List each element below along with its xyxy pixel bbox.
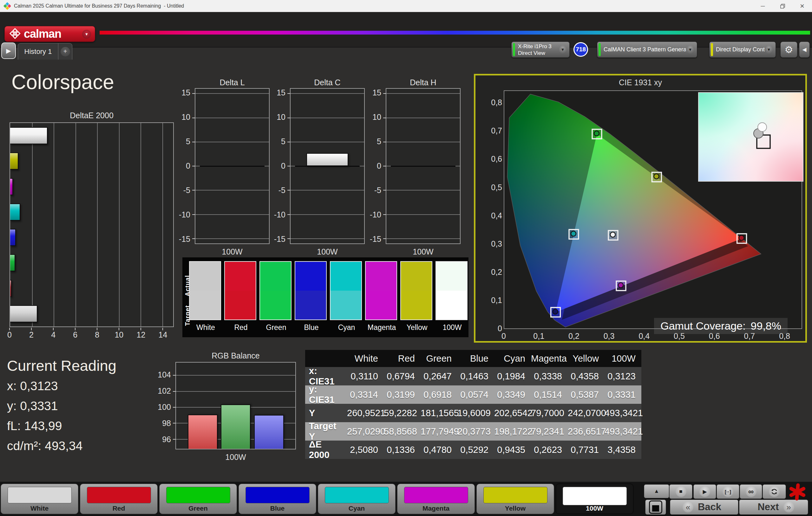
deltae-xaxis: 02468101214 <box>9 330 174 341</box>
table-value: 0,3314 <box>347 390 384 400</box>
display-name: Direct Display Control <box>716 46 771 53</box>
calman-menu-button[interactable]: calman ▼ <box>4 26 95 42</box>
pattern-up-button[interactable]: ▲ <box>644 484 669 498</box>
pattern-button-100w[interactable]: 100W <box>556 484 633 514</box>
y-tick-label: 98 <box>157 419 171 428</box>
bottom-toolbar: WhiteRedGreenBlueCyanMagentaYellow100W ▲… <box>0 482 812 516</box>
bar-row <box>10 200 173 225</box>
close-button[interactable]: × <box>792 0 812 12</box>
cie-x-tick: 0,1 <box>529 332 548 341</box>
table-value: 0,9435 <box>494 445 531 455</box>
calman-logo-icon <box>9 28 21 40</box>
collapse-panel-button[interactable]: ◀ <box>799 41 810 58</box>
pattern-window-button[interactable] <box>645 499 666 515</box>
delta-c-chart[interactable]: Delta C 151050-5-10-15 100W <box>272 78 365 257</box>
cie-x-tick: 0,3 <box>600 332 618 341</box>
cie-1931-panel[interactable]: CIE 1931 xy 00,10,20,30,40,50,60,70,800,… <box>474 74 807 343</box>
gridline <box>386 238 460 239</box>
y-tick-label: 10 <box>368 113 381 122</box>
tick-mark <box>163 328 163 330</box>
pattern-button-label: Yellow <box>477 505 554 512</box>
stop-button[interactable]: ■ <box>669 484 692 499</box>
y-tick-label: -5 <box>177 186 190 195</box>
chevron-down-icon: ▼ <box>82 30 91 39</box>
bar-row <box>10 250 173 275</box>
back-button[interactable]: « Back <box>670 499 738 515</box>
actual-target-swatch-panel[interactable]: Actual Target WhiteRedGreenBlueCyanMagen… <box>182 257 468 337</box>
x-tick-label: 12 <box>131 330 150 339</box>
meter-mode: Direct View <box>518 50 552 56</box>
y-tick-label: 10 <box>272 113 286 122</box>
delta-h-chart[interactable]: Delta H 151050-5-10-15 100W <box>368 78 461 257</box>
chevrons-left-icon: « <box>683 502 693 513</box>
topbar: calman ▼ ▶ History 1 + X-Rite i1Pro 3 Di… <box>0 12 812 48</box>
app-logo-icon <box>3 2 11 10</box>
bar-row <box>10 174 173 200</box>
tick-mark <box>287 118 290 118</box>
meter-dropdown[interactable]: X-Rite i1Pro 3 Direct View ▼ <box>511 41 570 58</box>
deltae-bar-blue <box>10 229 16 246</box>
add-tab-button[interactable]: + <box>58 43 72 60</box>
table-value: 260,9521 <box>347 408 384 418</box>
table-value: 0,1984 <box>494 371 531 382</box>
sidebar-expander-button[interactable]: ▶ <box>1 42 16 59</box>
delta-l-chart[interactable]: Delta L 151050-5-10-15 100W <box>177 78 270 257</box>
settings-button[interactable]: ⚙ <box>780 41 798 58</box>
pattern-button-cyan[interactable]: Cyan <box>318 484 396 514</box>
tab-history-1[interactable]: History 1 <box>18 43 58 60</box>
tick-mark <box>383 166 386 166</box>
gridline <box>291 93 364 94</box>
swatch-label: 100W <box>435 323 469 332</box>
rgb-balance-chart[interactable]: RGB Balance 1041021009896 100W <box>157 351 298 463</box>
deltae-plot[interactable] <box>9 122 174 327</box>
y-tick-label: -10 <box>368 210 381 219</box>
table-row: ΔE 20002,50800,13360,47800,52920,94350,2… <box>305 441 641 459</box>
pattern-button-magenta[interactable]: Magenta <box>397 484 475 514</box>
cie-measured-marker-red <box>739 236 744 241</box>
table-value: 0,7731 <box>568 445 605 455</box>
tick-mark <box>192 238 195 239</box>
chevron-down-icon: ▼ <box>764 45 773 54</box>
table-value: 202,6542 <box>494 408 531 418</box>
cie-x-tick: 0,4 <box>635 332 654 341</box>
chevrons-right-icon: » <box>783 502 794 513</box>
pattern-swatch <box>563 487 627 505</box>
restore-button[interactable] <box>773 0 792 12</box>
tick-mark <box>287 166 290 166</box>
stop-icon: ■ <box>679 488 682 495</box>
alert-asterisk-icon[interactable] <box>788 483 806 501</box>
gridline <box>195 238 269 239</box>
rgb-bar-red <box>188 415 218 449</box>
gridline <box>386 190 460 190</box>
whitepoint-measured-marker <box>758 123 766 131</box>
pattern-button-white[interactable]: White <box>1 484 78 514</box>
minimize-button[interactable]: ─ <box>753 0 773 12</box>
table-value: 0,4780 <box>420 445 457 455</box>
delta-h-xlabel: 100W <box>386 247 461 256</box>
tick-mark <box>383 238 386 239</box>
x-tick-label: 0 <box>0 330 19 339</box>
table-value: 79,7000 <box>531 408 568 418</box>
swatch-label: Cyan <box>330 323 363 332</box>
next-button[interactable]: Next » <box>739 499 808 515</box>
range-button[interactable]: [··] <box>717 484 740 499</box>
play-button[interactable]: ▶ <box>693 484 716 499</box>
swatch-box <box>330 261 362 320</box>
pattern-button-green[interactable]: Green <box>159 484 237 514</box>
pattern-button-yellow[interactable]: Yellow <box>476 484 554 514</box>
bar-row <box>10 301 173 327</box>
swatch-white: White <box>189 261 221 332</box>
display-control-dropdown[interactable]: Direct Display Control ▼ <box>709 41 776 58</box>
tick-mark <box>97 328 97 330</box>
tick-mark <box>192 214 195 215</box>
refresh-button[interactable] <box>762 484 786 499</box>
refresh-icon <box>771 488 778 495</box>
pattern-button-blue[interactable]: Blue <box>238 484 316 514</box>
pattern-swatch <box>484 487 548 503</box>
continuous-button[interactable]: ∞ <box>740 484 762 499</box>
cie-y-tick: 0,4 <box>483 211 502 220</box>
pattern-button-red[interactable]: Red <box>80 484 157 514</box>
pattern-generator-dropdown[interactable]: CalMAN Client 3 Pattern Generator ▼ <box>597 41 697 58</box>
pattern-swatch <box>404 487 468 503</box>
swatch-actual <box>225 262 256 291</box>
